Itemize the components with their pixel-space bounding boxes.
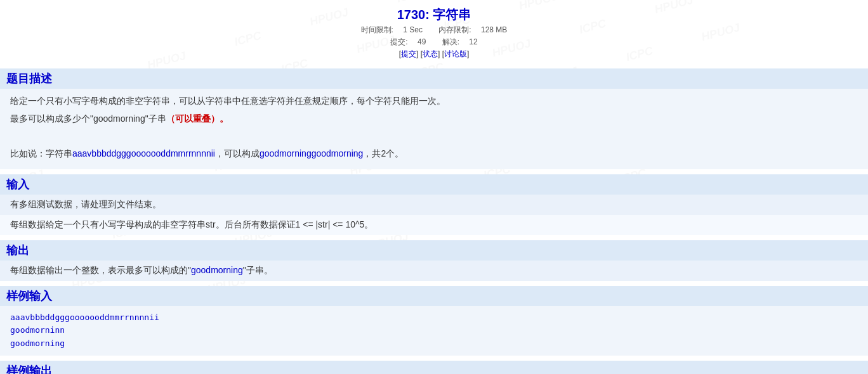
description-heading: 题目描述 xyxy=(0,68,868,89)
sample-input-line-2: goodmorninn xyxy=(10,324,858,337)
time-limit-label: 时间限制: xyxy=(361,25,393,34)
discuss-link[interactable]: 讨论版 xyxy=(444,49,467,58)
submit-label: 提交: xyxy=(390,37,407,46)
sample-input-box: aaavbbbddgggooooooddmmrrnnnnii goodmorni… xyxy=(0,306,868,356)
problem-counts: 提交: 49 解决: 12 xyxy=(0,37,868,48)
solve-label: 解决: xyxy=(442,37,459,46)
problem-links: [提交] [状态] [讨论版] xyxy=(0,49,868,60)
input-line-2: 每组数据给定一个只有小写字母构成的非空字符串str。后台所有数据保证1 <= |… xyxy=(0,215,868,235)
description-p2: 最多可以构成多少个"goodmorning"子串（可以重叠）。 xyxy=(10,112,858,127)
status-link[interactable]: 状态 xyxy=(423,49,438,58)
sample-input-line-3: goodmorning xyxy=(10,337,858,351)
output-line: 每组数据输出一个整数，表示最多可以构成的"goodmorning"子串。 xyxy=(0,261,868,281)
input-heading: 输入 xyxy=(0,174,868,195)
description-example: 比如说：字符串aaavbbbddgggooooooddmmrrnnnnii，可以… xyxy=(10,146,858,162)
problem-meta: 时间限制: 1 Sec 内存限制: 128 MB xyxy=(0,25,868,35)
memory-limit-value: 128 MB xyxy=(481,25,507,34)
output-keyword: goodmorning xyxy=(191,265,243,275)
problem-header: 1730: 字符串 时间限制: 1 Sec 内存限制: 128 MB 提交: 4… xyxy=(0,0,868,63)
bold-overlap: （可以重叠）。 xyxy=(166,113,228,124)
description-p1: 给定一个只有小写字母构成的非空字符串，可以从字符串中任意选字符并任意规定顺序，每… xyxy=(10,94,858,109)
time-limit-value: 1 Sec xyxy=(403,25,423,34)
example-string: aaavbbbddgggooooooddmmrrnnnnii xyxy=(72,148,215,158)
submit-link[interactable]: 提交 xyxy=(401,49,416,58)
description-content: 给定一个只有小写字母构成的非空字符串，可以从字符串中任意选字符并任意规定顺序，每… xyxy=(0,89,868,169)
sample-output-heading: 样例输出 xyxy=(0,361,868,374)
sample-input-line-1: aaavbbbddgggooooooddmmrrnnnnii xyxy=(10,311,858,325)
sample-input-heading: 样例输入 xyxy=(0,286,868,306)
example-result: goodmorninggoodmorning xyxy=(260,148,363,158)
submit-count: 49 xyxy=(418,37,426,46)
memory-limit-label: 内存限制: xyxy=(438,25,471,34)
problem-title: 1730: 字符串 xyxy=(0,6,868,23)
output-heading: 输出 xyxy=(0,240,868,261)
solve-count: 12 xyxy=(469,37,477,46)
input-line-1: 有多组测试数据，请处理到文件结束。 xyxy=(0,195,868,215)
